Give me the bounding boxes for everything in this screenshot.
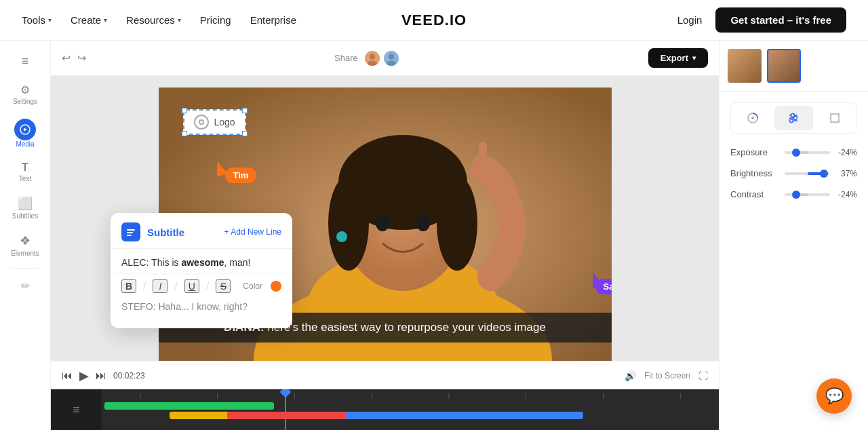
nav-tools[interactable]: Tools ▾ (22, 14, 52, 26)
main-content: ≡ ⚙ Settings Media T Text ⬜ Subtitles ❖ … (0, 41, 868, 430)
chat-button[interactable]: 💬 (816, 378, 852, 414)
exposure-row: Exposure -24% (730, 147, 857, 157)
sidebar-item-elements[interactable]: ❖ Elements (3, 228, 47, 262)
tick-1: | (140, 392, 141, 399)
brightness-row: Brightness 37% (730, 168, 857, 178)
brightness-slider[interactable] (785, 172, 830, 175)
color-picker[interactable] (271, 281, 281, 292)
fmt-sep-2: / (174, 280, 177, 292)
contrast-thumb[interactable] (792, 191, 800, 199)
brightness-thumb[interactable] (820, 170, 828, 178)
svg-point-3 (368, 60, 377, 66)
nav-pricing[interactable]: Pricing (200, 14, 231, 26)
brightness-label: Brightness (730, 168, 779, 178)
timeline-track-green[interactable] (104, 402, 274, 410)
nav-left: Tools ▾ Create ▾ Resources ▾ Pricing Ent… (22, 14, 296, 26)
export-chevron-icon: ▾ (692, 54, 696, 62)
pencil-icon[interactable]: ✏ (21, 279, 30, 292)
strikethrough-button[interactable]: S (216, 279, 231, 293)
sidebar-elements-label: Elements (11, 250, 39, 257)
resize-handle-bl[interactable] (182, 131, 187, 136)
tick-2: | (216, 392, 218, 399)
exposure-value: -24% (835, 148, 857, 157)
subtitles-icon: ⬜ (18, 196, 33, 211)
topbar-center: Share (334, 50, 400, 67)
resize-handle-tr[interactable] (242, 108, 248, 113)
tick-8: | (679, 392, 681, 399)
exposure-label: Exposure (730, 147, 779, 157)
tick-3: | (294, 392, 295, 399)
sidebar-settings-label: Settings (13, 98, 37, 105)
fullscreen-icon[interactable]: ⛶ (698, 370, 708, 381)
sidebar-item-media[interactable]: Media (3, 113, 47, 153)
svg-point-13 (328, 176, 369, 271)
svg-point-17 (336, 231, 347, 242)
color-label: Color (243, 281, 262, 291)
elements-icon: ❖ (20, 233, 31, 248)
adj-tab-color[interactable] (734, 106, 772, 130)
timeline-content: | | | | | | | | (102, 389, 719, 430)
panel-thumbnails (719, 41, 868, 92)
play-button[interactable]: ▶ (79, 368, 89, 383)
adjustments-panel: Exposure -24% Brightness 37% Contrast (719, 92, 868, 430)
resize-handle-br[interactable] (242, 131, 248, 136)
tim-cursor-label: Tim (225, 168, 257, 183)
exposure-thumb[interactable] (792, 149, 800, 157)
chevron-down-icon: ▾ (48, 16, 52, 24)
adj-tab-crop[interactable] (816, 106, 854, 130)
nav-create[interactable]: Create ▾ (71, 14, 107, 26)
adj-tab-adjust[interactable] (774, 106, 812, 130)
italic-button[interactable]: I (153, 279, 167, 293)
sidebar-item-subtitles[interactable]: ⬜ Subtitles (3, 191, 47, 225)
nav-resources[interactable]: Resources ▾ (126, 14, 181, 26)
svg-point-24 (751, 117, 754, 119)
undo-icon[interactable]: ↩ (62, 52, 71, 64)
redo-icon[interactable]: ↪ (77, 52, 86, 64)
get-started-button[interactable]: Get started – it's free (715, 7, 846, 33)
skip-back-button[interactable]: ⏮ (62, 370, 73, 382)
sabba-cursor-label: Sabba (595, 279, 612, 294)
tick-6: | (525, 392, 526, 399)
thumbnail-1[interactable] (728, 49, 762, 83)
settings-icon: ⚙ (20, 83, 30, 96)
skip-forward-button[interactable]: ⏭ (96, 370, 106, 382)
subtitle-line-2: STEFO: Haha... I know, right? (111, 296, 292, 317)
nav-right: Login Get started – it's free (677, 7, 846, 33)
sidebar-item-menu[interactable]: ≡ (3, 49, 47, 75)
editor-area: ↩ ↪ Share Export ▾ (51, 41, 719, 430)
nav-enterprise[interactable]: Enterprise (250, 14, 296, 26)
volume-icon[interactable]: 🔊 (625, 370, 636, 381)
fit-screen-label[interactable]: Fit to Screen (644, 371, 690, 380)
underline-button[interactable]: U (184, 279, 199, 293)
logo-element[interactable]: Logo (183, 109, 246, 135)
timeline-playhead[interactable] (285, 389, 286, 430)
time-display: 00:02:23 (113, 371, 145, 380)
highlighted-word: awesome (181, 257, 224, 268)
site-logo[interactable]: VEED.IO (401, 12, 467, 29)
logo-icon (194, 115, 209, 130)
svg-rect-31 (831, 114, 839, 122)
timeline-track-blue[interactable] (346, 412, 583, 419)
export-button[interactable]: Export ▾ (648, 48, 708, 68)
subtitle-popup-title: Subtitle (147, 227, 184, 238)
thumbnail-2[interactable] (767, 49, 801, 83)
logo-text: Logo (214, 117, 235, 128)
timeline-track-red[interactable] (227, 412, 363, 419)
tick-5: | (448, 392, 450, 399)
add-line-button[interactable]: + Add New Line (224, 227, 281, 237)
sidebar-item-settings[interactable]: ⚙ Settings (3, 78, 47, 111)
sidebar-media-label: Media (16, 140, 34, 148)
contrast-slider[interactable] (785, 193, 830, 196)
share-label: Share (334, 53, 358, 63)
resize-handle-tl[interactable] (182, 108, 187, 113)
logo-inner-circle (199, 119, 204, 125)
exposure-slider[interactable] (785, 151, 830, 154)
sidebar-item-text[interactable]: T Text (3, 156, 47, 188)
login-button[interactable]: Login (677, 14, 703, 26)
color-tab-icon (746, 111, 760, 125)
tick-7: | (602, 392, 604, 399)
timeline-menu-icon[interactable]: ≡ (73, 403, 80, 417)
bold-button[interactable]: B (121, 279, 136, 293)
svg-point-5 (389, 54, 394, 59)
user-avatar-2 (382, 50, 400, 67)
